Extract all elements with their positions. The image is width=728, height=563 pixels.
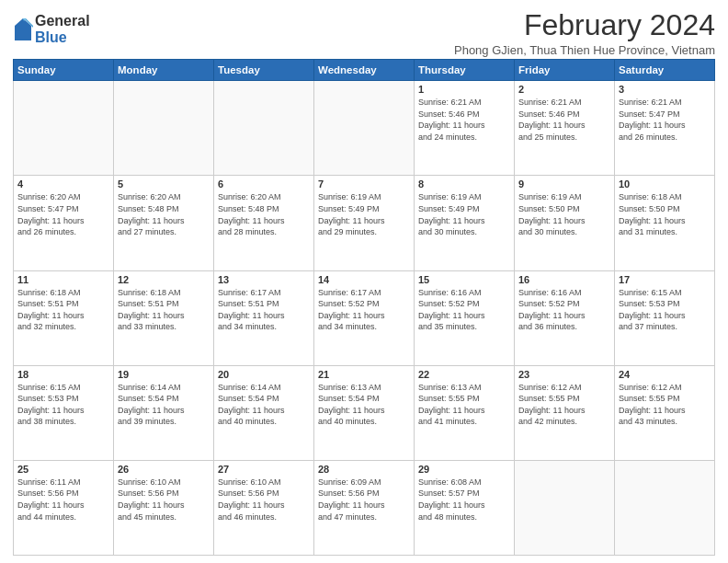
day-info: Sunrise: 6:21 AM Sunset: 5:46 PM Dayligh… (518, 97, 610, 143)
logo-general: General (35, 13, 90, 29)
calendar-cell: 25Sunrise: 6:11 AM Sunset: 5:56 PM Dayli… (14, 460, 114, 555)
calendar-cell (114, 81, 214, 176)
day-info: Sunrise: 6:13 AM Sunset: 5:55 PM Dayligh… (418, 382, 510, 428)
calendar-header-sunday: Sunday (14, 60, 114, 81)
calendar-header-thursday: Thursday (415, 60, 515, 81)
day-info: Sunrise: 6:18 AM Sunset: 5:51 PM Dayligh… (17, 287, 109, 333)
day-number: 10 (619, 178, 711, 190)
calendar-cell: 6Sunrise: 6:20 AM Sunset: 5:48 PM Daylig… (214, 176, 314, 270)
calendar-header-monday: Monday (114, 60, 214, 81)
day-number: 3 (619, 84, 711, 95)
day-info: Sunrise: 6:21 AM Sunset: 5:47 PM Dayligh… (619, 97, 711, 143)
day-info: Sunrise: 6:13 AM Sunset: 5:54 PM Dayligh… (318, 382, 410, 428)
calendar-cell: 20Sunrise: 6:14 AM Sunset: 5:54 PM Dayli… (214, 365, 314, 460)
day-info: Sunrise: 6:19 AM Sunset: 5:49 PM Dayligh… (318, 191, 410, 237)
calendar-cell: 8Sunrise: 6:19 AM Sunset: 5:49 PM Daylig… (415, 176, 515, 270)
day-number: 2 (518, 84, 610, 95)
calendar-cell: 26Sunrise: 6:10 AM Sunset: 5:56 PM Dayli… (114, 460, 214, 555)
calendar: SundayMondayTuesdayWednesdayThursdayFrid… (13, 59, 715, 556)
calendar-cell: 9Sunrise: 6:19 AM Sunset: 5:50 PM Daylig… (515, 176, 615, 270)
day-number: 8 (418, 178, 510, 190)
day-number: 28 (318, 464, 410, 475)
day-info: Sunrise: 6:14 AM Sunset: 5:54 PM Dayligh… (218, 382, 310, 428)
day-info: Sunrise: 6:15 AM Sunset: 5:53 PM Dayligh… (619, 287, 711, 333)
day-info: Sunrise: 6:21 AM Sunset: 5:46 PM Dayligh… (418, 97, 510, 143)
day-number: 1 (418, 84, 510, 95)
day-number: 20 (218, 369, 310, 380)
day-info: Sunrise: 6:18 AM Sunset: 5:50 PM Dayligh… (619, 191, 711, 237)
calendar-cell: 3Sunrise: 6:21 AM Sunset: 5:47 PM Daylig… (615, 81, 715, 176)
day-info: Sunrise: 6:20 AM Sunset: 5:48 PM Dayligh… (218, 191, 310, 237)
day-info: Sunrise: 6:10 AM Sunset: 5:56 PM Dayligh… (218, 477, 310, 523)
day-number: 16 (518, 274, 610, 285)
header: General Blue February 2024 Phong GJien, … (13, 9, 715, 57)
page: General Blue February 2024 Phong GJien, … (0, 0, 728, 563)
calendar-cell: 28Sunrise: 6:09 AM Sunset: 5:56 PM Dayli… (314, 460, 415, 555)
calendar-header-tuesday: Tuesday (214, 60, 314, 81)
calendar-cell (615, 460, 715, 555)
calendar-cell: 18Sunrise: 6:15 AM Sunset: 5:53 PM Dayli… (14, 365, 114, 460)
calendar-week-5: 25Sunrise: 6:11 AM Sunset: 5:56 PM Dayli… (14, 460, 715, 555)
day-info: Sunrise: 6:16 AM Sunset: 5:52 PM Dayligh… (518, 287, 610, 333)
day-info: Sunrise: 6:12 AM Sunset: 5:55 PM Dayligh… (518, 382, 610, 428)
calendar-cell (214, 81, 314, 176)
day-number: 15 (418, 274, 510, 285)
day-number: 25 (17, 464, 109, 475)
calendar-cell: 12Sunrise: 6:18 AM Sunset: 5:51 PM Dayli… (114, 270, 214, 365)
calendar-cell: 7Sunrise: 6:19 AM Sunset: 5:49 PM Daylig… (314, 176, 415, 270)
day-info: Sunrise: 6:18 AM Sunset: 5:51 PM Dayligh… (118, 287, 210, 333)
logo-icon (13, 17, 33, 42)
calendar-cell: 13Sunrise: 6:17 AM Sunset: 5:51 PM Dayli… (214, 270, 314, 365)
day-number: 9 (518, 178, 610, 190)
calendar-cell: 5Sunrise: 6:20 AM Sunset: 5:48 PM Daylig… (114, 176, 214, 270)
calendar-cell: 4Sunrise: 6:20 AM Sunset: 5:47 PM Daylig… (14, 176, 114, 270)
day-number: 19 (118, 369, 210, 380)
subtitle: Phong GJien, Thua Thien Hue Province, Vi… (454, 43, 715, 57)
day-number: 21 (318, 369, 410, 380)
calendar-cell: 29Sunrise: 6:08 AM Sunset: 5:57 PM Dayli… (415, 460, 515, 555)
calendar-cell: 17Sunrise: 6:15 AM Sunset: 5:53 PM Dayli… (615, 270, 715, 365)
day-number: 22 (418, 369, 510, 380)
day-number: 23 (518, 369, 610, 380)
logo: General Blue (13, 13, 90, 45)
day-number: 26 (118, 464, 210, 475)
calendar-cell (314, 81, 415, 176)
calendar-cell: 23Sunrise: 6:12 AM Sunset: 5:55 PM Dayli… (515, 365, 615, 460)
main-title: February 2024 (454, 9, 715, 41)
day-number: 11 (17, 274, 109, 285)
calendar-cell: 19Sunrise: 6:14 AM Sunset: 5:54 PM Dayli… (114, 365, 214, 460)
calendar-header-friday: Friday (515, 60, 615, 81)
day-info: Sunrise: 6:15 AM Sunset: 5:53 PM Dayligh… (17, 382, 109, 428)
calendar-cell (14, 81, 114, 176)
calendar-cell: 14Sunrise: 6:17 AM Sunset: 5:52 PM Dayli… (314, 270, 415, 365)
calendar-cell (515, 460, 615, 555)
day-info: Sunrise: 6:09 AM Sunset: 5:56 PM Dayligh… (318, 477, 410, 523)
day-info: Sunrise: 6:20 AM Sunset: 5:48 PM Dayligh… (118, 191, 210, 237)
calendar-cell: 22Sunrise: 6:13 AM Sunset: 5:55 PM Dayli… (415, 365, 515, 460)
day-number: 27 (218, 464, 310, 475)
logo-text: General Blue (35, 13, 90, 45)
calendar-header-wednesday: Wednesday (314, 60, 415, 81)
day-info: Sunrise: 6:19 AM Sunset: 5:49 PM Dayligh… (418, 191, 510, 237)
calendar-week-2: 4Sunrise: 6:20 AM Sunset: 5:47 PM Daylig… (14, 176, 715, 270)
day-info: Sunrise: 6:10 AM Sunset: 5:56 PM Dayligh… (118, 477, 210, 523)
calendar-week-3: 11Sunrise: 6:18 AM Sunset: 5:51 PM Dayli… (14, 270, 715, 365)
title-block: February 2024 Phong GJien, Thua Thien Hu… (454, 9, 715, 57)
day-number: 5 (118, 178, 210, 190)
day-number: 18 (17, 369, 109, 380)
day-info: Sunrise: 6:11 AM Sunset: 5:56 PM Dayligh… (17, 477, 109, 523)
logo-blue: Blue (35, 29, 90, 46)
calendar-header-saturday: Saturday (615, 60, 715, 81)
day-number: 13 (218, 274, 310, 285)
day-number: 17 (619, 274, 711, 285)
day-number: 7 (318, 178, 410, 190)
calendar-cell: 15Sunrise: 6:16 AM Sunset: 5:52 PM Dayli… (415, 270, 515, 365)
day-number: 14 (318, 274, 410, 285)
calendar-cell: 11Sunrise: 6:18 AM Sunset: 5:51 PM Dayli… (14, 270, 114, 365)
day-info: Sunrise: 6:16 AM Sunset: 5:52 PM Dayligh… (418, 287, 510, 333)
calendar-week-4: 18Sunrise: 6:15 AM Sunset: 5:53 PM Dayli… (14, 365, 715, 460)
calendar-cell: 24Sunrise: 6:12 AM Sunset: 5:55 PM Dayli… (615, 365, 715, 460)
day-number: 12 (118, 274, 210, 285)
calendar-cell: 10Sunrise: 6:18 AM Sunset: 5:50 PM Dayli… (615, 176, 715, 270)
day-info: Sunrise: 6:20 AM Sunset: 5:47 PM Dayligh… (17, 191, 109, 237)
